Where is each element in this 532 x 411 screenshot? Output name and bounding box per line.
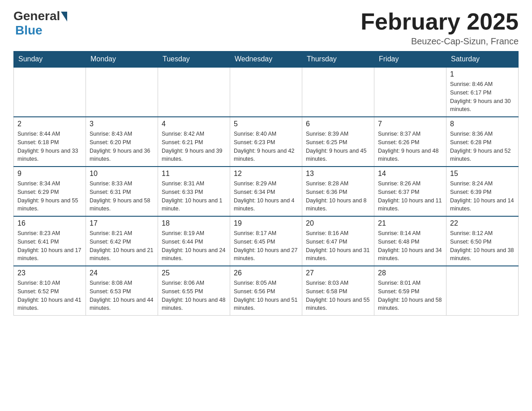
day-number: 18 (162, 219, 226, 227)
calendar-day-cell: 16Sunrise: 8:23 AMSunset: 6:41 PMDayligh… (14, 216, 86, 266)
calendar-header-saturday: Saturday (446, 51, 519, 68)
calendar-day-cell: 26Sunrise: 8:05 AMSunset: 6:56 PMDayligh… (230, 266, 302, 316)
day-info: Sunrise: 8:37 AMSunset: 6:26 PMDaylight:… (378, 130, 442, 163)
day-number: 16 (17, 219, 82, 227)
calendar-day-cell: 7Sunrise: 8:37 AMSunset: 6:26 PMDaylight… (374, 117, 446, 167)
day-info: Sunrise: 8:08 AMSunset: 6:53 PMDaylight:… (90, 279, 154, 313)
calendar-day-cell (86, 67, 158, 117)
day-number: 25 (162, 269, 226, 277)
day-number: 9 (17, 170, 82, 178)
day-number: 20 (306, 219, 370, 227)
logo-general: General (13, 9, 67, 23)
day-info: Sunrise: 8:12 AMSunset: 6:50 PMDaylight:… (450, 229, 515, 263)
day-number: 2 (17, 120, 82, 128)
day-number: 8 (450, 120, 515, 128)
page-header: General Blue February 2025 Beuzec-Cap-Si… (13, 9, 519, 47)
calendar-day-cell: 24Sunrise: 8:08 AMSunset: 6:53 PMDayligh… (86, 266, 158, 316)
day-number: 14 (378, 170, 442, 178)
calendar-day-cell: 18Sunrise: 8:19 AMSunset: 6:44 PMDayligh… (158, 216, 230, 266)
calendar-day-cell: 15Sunrise: 8:24 AMSunset: 6:39 PMDayligh… (446, 167, 519, 216)
day-info: Sunrise: 8:05 AMSunset: 6:56 PMDaylight:… (234, 279, 298, 313)
day-info: Sunrise: 8:26 AMSunset: 6:37 PMDaylight:… (378, 180, 442, 213)
calendar-day-cell: 9Sunrise: 8:34 AMSunset: 6:29 PMDaylight… (14, 167, 86, 216)
calendar-day-cell: 14Sunrise: 8:26 AMSunset: 6:37 PMDayligh… (374, 167, 446, 216)
day-number: 3 (90, 120, 154, 128)
calendar-day-cell (446, 266, 519, 316)
calendar-day-cell: 6Sunrise: 8:39 AMSunset: 6:25 PMDaylight… (302, 117, 374, 167)
calendar-header-monday: Monday (86, 51, 158, 68)
day-number: 12 (234, 170, 298, 178)
calendar-day-cell: 3Sunrise: 8:43 AMSunset: 6:20 PMDaylight… (86, 117, 158, 167)
calendar-day-cell (158, 67, 230, 117)
day-info: Sunrise: 8:40 AMSunset: 6:23 PMDaylight:… (234, 130, 298, 163)
day-number: 5 (234, 120, 298, 128)
day-number: 26 (234, 269, 298, 277)
day-info: Sunrise: 8:21 AMSunset: 6:42 PMDaylight:… (90, 229, 154, 263)
calendar-day-cell: 17Sunrise: 8:21 AMSunset: 6:42 PMDayligh… (86, 216, 158, 266)
day-number: 1 (450, 70, 515, 78)
calendar-header-friday: Friday (374, 51, 446, 68)
day-number: 24 (90, 269, 154, 277)
calendar-day-cell: 20Sunrise: 8:16 AMSunset: 6:47 PMDayligh… (302, 216, 374, 266)
day-info: Sunrise: 8:28 AMSunset: 6:36 PMDaylight:… (306, 180, 370, 213)
calendar-day-cell (374, 67, 446, 117)
calendar-header-sunday: Sunday (14, 51, 86, 68)
calendar-day-cell: 4Sunrise: 8:42 AMSunset: 6:21 PMDaylight… (158, 117, 230, 167)
day-info: Sunrise: 8:06 AMSunset: 6:55 PMDaylight:… (162, 279, 226, 313)
logo-arrow-icon (61, 12, 67, 21)
calendar-header-row: SundayMondayTuesdayWednesdayThursdayFrid… (14, 51, 519, 68)
calendar-day-cell: 27Sunrise: 8:03 AMSunset: 6:58 PMDayligh… (302, 266, 374, 316)
day-info: Sunrise: 8:01 AMSunset: 6:59 PMDaylight:… (378, 279, 442, 313)
day-number: 10 (90, 170, 154, 178)
day-number: 28 (378, 269, 442, 277)
calendar-day-cell: 19Sunrise: 8:17 AMSunset: 6:45 PMDayligh… (230, 216, 302, 266)
calendar-day-cell: 21Sunrise: 8:14 AMSunset: 6:48 PMDayligh… (374, 216, 446, 266)
day-number: 6 (306, 120, 370, 128)
calendar-week-row: 9Sunrise: 8:34 AMSunset: 6:29 PMDaylight… (14, 167, 519, 216)
calendar-day-cell: 23Sunrise: 8:10 AMSunset: 6:52 PMDayligh… (14, 266, 86, 316)
day-number: 22 (450, 219, 515, 227)
day-info: Sunrise: 8:44 AMSunset: 6:18 PMDaylight:… (17, 130, 82, 163)
calendar-day-cell: 22Sunrise: 8:12 AMSunset: 6:50 PMDayligh… (446, 216, 519, 266)
day-number: 17 (90, 219, 154, 227)
logo-blue-text: Blue (15, 23, 43, 38)
calendar-day-cell: 5Sunrise: 8:40 AMSunset: 6:23 PMDaylight… (230, 117, 302, 167)
day-info: Sunrise: 8:29 AMSunset: 6:34 PMDaylight:… (234, 180, 298, 213)
day-info: Sunrise: 8:33 AMSunset: 6:31 PMDaylight:… (90, 180, 154, 213)
logo-general-text: General (13, 9, 60, 23)
calendar-day-cell: 25Sunrise: 8:06 AMSunset: 6:55 PMDayligh… (158, 266, 230, 316)
day-number: 19 (234, 219, 298, 227)
calendar-day-cell: 28Sunrise: 8:01 AMSunset: 6:59 PMDayligh… (374, 266, 446, 316)
day-info: Sunrise: 8:23 AMSunset: 6:41 PMDaylight:… (17, 229, 82, 263)
calendar-week-row: 2Sunrise: 8:44 AMSunset: 6:18 PMDaylight… (14, 117, 519, 167)
day-info: Sunrise: 8:46 AMSunset: 6:17 PMDaylight:… (450, 80, 515, 114)
calendar-week-row: 23Sunrise: 8:10 AMSunset: 6:52 PMDayligh… (14, 266, 519, 316)
day-info: Sunrise: 8:36 AMSunset: 6:28 PMDaylight:… (450, 130, 515, 163)
month-title: February 2025 (360, 9, 519, 34)
calendar-header-wednesday: Wednesday (230, 51, 302, 68)
day-number: 15 (450, 170, 515, 178)
calendar-header-tuesday: Tuesday (158, 51, 230, 68)
title-block: February 2025 Beuzec-Cap-Sizun, France (360, 9, 519, 47)
calendar-day-cell (230, 67, 302, 117)
day-info: Sunrise: 8:34 AMSunset: 6:29 PMDaylight:… (17, 180, 82, 213)
calendar-day-cell: 12Sunrise: 8:29 AMSunset: 6:34 PMDayligh… (230, 167, 302, 216)
day-info: Sunrise: 8:16 AMSunset: 6:47 PMDaylight:… (306, 229, 370, 263)
day-info: Sunrise: 8:43 AMSunset: 6:20 PMDaylight:… (90, 130, 154, 163)
calendar-day-cell: 11Sunrise: 8:31 AMSunset: 6:33 PMDayligh… (158, 167, 230, 216)
day-info: Sunrise: 8:14 AMSunset: 6:48 PMDaylight:… (378, 229, 442, 263)
calendar-week-row: 16Sunrise: 8:23 AMSunset: 6:41 PMDayligh… (14, 216, 519, 266)
day-info: Sunrise: 8:24 AMSunset: 6:39 PMDaylight:… (450, 180, 515, 213)
day-info: Sunrise: 8:17 AMSunset: 6:45 PMDaylight:… (234, 229, 298, 263)
calendar-day-cell: 2Sunrise: 8:44 AMSunset: 6:18 PMDaylight… (14, 117, 86, 167)
location: Beuzec-Cap-Sizun, France (360, 36, 519, 47)
calendar-day-cell: 10Sunrise: 8:33 AMSunset: 6:31 PMDayligh… (86, 167, 158, 216)
day-info: Sunrise: 8:31 AMSunset: 6:33 PMDaylight:… (162, 180, 226, 213)
day-number: 13 (306, 170, 370, 178)
calendar-week-row: 1Sunrise: 8:46 AMSunset: 6:17 PMDaylight… (14, 67, 519, 117)
day-number: 23 (17, 269, 82, 277)
day-number: 7 (378, 120, 442, 128)
day-info: Sunrise: 8:03 AMSunset: 6:58 PMDaylight:… (306, 279, 370, 313)
day-number: 11 (162, 170, 226, 178)
day-number: 21 (378, 219, 442, 227)
